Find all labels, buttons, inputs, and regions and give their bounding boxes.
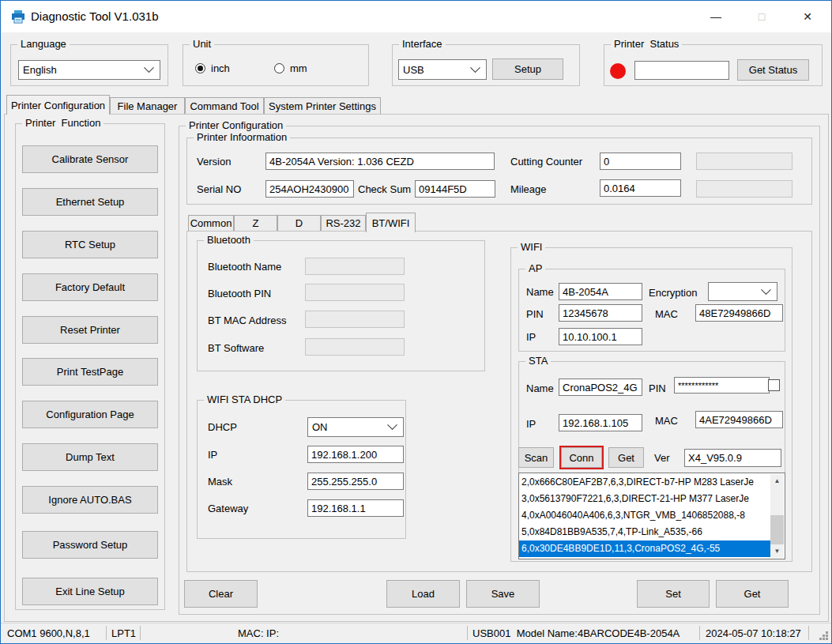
statusbar: COM1 9600,N,8,1 LPT1 MAC: IP: USB001 Mod… [1,623,831,643]
scan-button[interactable]: Scan [518,447,554,468]
dump-text-button[interactable]: Dump Text [22,443,158,471]
wifi-sta-dhcp-group-label: WIFI STA DHCP [204,394,285,406]
check-sum-field[interactable] [415,180,495,198]
tab-system-printer-settings[interactable]: System Printer Settings [264,97,381,115]
bluetooth-name-field [305,258,405,275]
printer-information-group-label: Printer Infoormation [194,131,290,144]
interface-select[interactable]: USB [398,59,487,80]
encryption-label: Encryption [649,287,697,299]
sta-pin-show-checkbox[interactable] [768,379,780,391]
chevron-down-icon [144,62,154,73]
scan-result-item[interactable]: 5,0x84D81BB9A535,7,4,TP-Link_A535,-66 [519,524,770,540]
serial-no-label: Serial NO [197,183,241,195]
sta-name-label: Name [526,382,554,394]
clear-button[interactable]: Clear [184,580,258,608]
tab-common[interactable]: Common [188,215,234,232]
language-group-label: Language [17,38,70,51]
tab-z[interactable]: Z [234,215,277,232]
tab-d[interactable]: D [277,215,321,232]
wifi-group-label: WIFI [518,241,545,254]
factory-default-button[interactable]: Factory Default [22,273,158,301]
radio-mm[interactable]: mm [274,62,307,74]
ver-label: Ver [654,452,670,464]
printer-status-field[interactable] [634,61,729,80]
dhcp-select[interactable]: ON [307,417,404,437]
ap-pin-label: PIN [526,308,544,320]
scroll-up-button[interactable]: ▲ [770,474,784,488]
sta-ip-label: IP [526,418,536,430]
bluetooth-group-label: Bluetooth [204,234,254,247]
mileage-extra-field [696,180,792,198]
sta-ip-field[interactable] [559,414,642,431]
bluetooth-pin-field [305,284,405,301]
setup-button[interactable]: Setup [492,58,563,80]
mileage-field[interactable] [600,179,681,197]
scan-result-item[interactable]: 2,0x666C80EAF2B7,6,3,DIRECT-b7-HP M283 L… [519,474,770,491]
statusbar-separator [106,626,107,640]
reset-printer-button[interactable]: Reset Printer [22,316,158,344]
minimize-button[interactable]: — [696,1,736,32]
conn-button[interactable]: Conn [561,447,602,468]
encryption-select[interactable] [708,282,777,301]
print-testpage-button[interactable]: Print TestPage [22,358,158,386]
tab-printer-configuration[interactable]: Printer Configuration [6,95,110,115]
sta-dhcp-gateway-field[interactable] [307,499,404,517]
close-button[interactable]: ✕ [788,1,827,32]
save-button[interactable]: Save [466,580,540,608]
set-button[interactable]: Set [637,580,710,608]
cutting-counter-field[interactable] [600,153,681,170]
tab-rs232[interactable]: RS-232 [321,215,366,232]
ap-pin-field[interactable] [559,304,642,322]
sta-pin-field[interactable] [674,377,770,394]
tab-bt-wifi[interactable]: BT/WIFI [366,213,416,232]
printer-icon [10,9,26,24]
resize-grip[interactable] [826,638,828,640]
load-button[interactable]: Load [386,580,460,608]
tab-file-manager[interactable]: File Manager [110,97,185,115]
chevron-down-icon [470,62,480,73]
statusbar-separator [140,626,141,640]
radio-mm-label: mm [290,62,307,74]
mileage-label: Mileage [510,183,547,195]
maximize-button[interactable]: □ [742,1,781,32]
ap-name-field[interactable] [559,283,642,300]
radio-selected-icon [195,63,205,73]
check-sum-label: Check Sum [358,183,411,195]
rtc-setup-button[interactable]: RTC Setup [22,231,158,258]
get-status-button[interactable]: Get Status [737,59,809,81]
language-selected-value: English [19,64,145,76]
scroll-thumb[interactable] [770,515,784,545]
scroll-down-button[interactable]: ▼ [770,544,784,558]
language-select[interactable]: English [18,60,160,80]
radio-unselected-icon [274,63,284,73]
ap-mac-field[interactable] [695,304,783,322]
chevron-down-icon [761,284,771,295]
sta-dhcp-ip-field[interactable] [307,446,404,463]
sta-dhcp-mask-field[interactable] [307,473,404,490]
ethernet-setup-button[interactable]: Ethernet Setup [22,188,158,216]
get-config-button[interactable]: Get [716,580,789,608]
version-field[interactable] [265,153,495,170]
wifi-ap-group-label: AP [525,262,545,275]
tab-command-tool[interactable]: Command Tool [185,97,264,115]
ap-ip-field[interactable] [559,328,642,345]
ignore-autobas-button[interactable]: Ignore AUTO.BAS [22,486,158,514]
calibrate-sensor-button[interactable]: Calibrate Sensor [22,145,158,173]
ver-field[interactable] [684,449,781,467]
chevron-down-icon [387,420,397,430]
ap-name-label: Name [526,286,554,298]
serial-no-field[interactable] [265,180,354,198]
configuration-page-button[interactable]: Configuration Page [22,401,158,428]
password-setup-button[interactable]: Password Setup [22,531,158,559]
scrollbar[interactable]: ▲ ▼ [770,474,784,558]
scan-result-item[interactable]: 4,0xA0046040A406,6,3,NTGR_VMB_1406852088… [519,507,770,524]
radio-inch[interactable]: inch [195,62,230,74]
get-button[interactable]: Get [608,447,644,468]
bt-software-field [305,338,405,356]
exit-line-setup-button[interactable]: Exit Line Setup [22,578,158,605]
sta-mac-field[interactable] [695,411,783,428]
scan-result-item[interactable]: 3,0x5613790F7221,6,3,DIRECT-21-HP M377 L… [519,491,770,507]
sta-name-field[interactable] [559,378,642,396]
scan-result-item-selected[interactable]: 6,0x30DE4BB9DE1D,11,3,CronaPOS2_4G,-55 [519,540,770,557]
scan-results-list[interactable]: 2,0x666C80EAF2B7,6,3,DIRECT-b7-HP M283 L… [518,473,785,559]
